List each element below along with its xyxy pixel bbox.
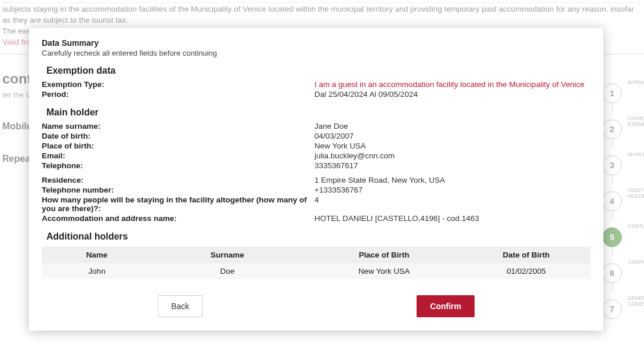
pob-row: Place of birth: New York USA [42, 141, 591, 151]
table-header-name: Name [42, 251, 152, 259]
table-header-surname: Surname [152, 251, 303, 259]
name-row: Name surname: Jane Doe [42, 121, 591, 131]
exemption-type-row: Exemption Type: I am a guest in an accom… [42, 79, 591, 89]
main-holder-data: Name surname: Jane Doe Date of birth: 04… [42, 121, 591, 223]
phone-label: Telephone: [42, 161, 314, 170]
people-label: How many people will be staying in the f… [42, 195, 314, 213]
additional-holders-table: Name Surname Place of Birth Date of Birt… [42, 246, 591, 279]
period-label: Period: [42, 90, 314, 99]
back-button[interactable]: Back [158, 295, 202, 317]
residence-value: 1 Empire State Road, New York, USA [314, 176, 445, 184]
name-value: Jane Doe [314, 122, 348, 130]
exemption-type-label: Exemption Type: [42, 80, 314, 89]
pob-label: Place of birth: [42, 142, 314, 150]
exemption-section-title: Exemption data [46, 66, 591, 76]
period-row: Period: Dal 25/04/2024 Al 09/05/2024 [42, 89, 591, 99]
confirm-button[interactable]: Confirm [417, 295, 475, 317]
accom-row: Accommodation and address name: HOTEL DA… [42, 213, 591, 223]
modal-actions: Back Confirm [42, 295, 591, 317]
exemption-type-value: I am a guest in an accommodation facilit… [314, 80, 584, 89]
period-value: Dal 25/04/2024 Al 09/05/2024 [314, 90, 418, 99]
table-header-row: Name Surname Place of Birth Date of Birt… [42, 246, 591, 263]
data-summary-modal: Data Summary Carefully recheck all enter… [29, 28, 603, 331]
phone-row: Telephone: 3335367617 [42, 161, 591, 171]
accom-value: HOTEL DANIELI [CASTELLO,4196] - cod.1463 [314, 214, 479, 223]
table-header-place: Place of Birth [303, 251, 465, 259]
additional-holders-section-title: Additional holders [46, 231, 591, 242]
email-label: Email: [42, 151, 314, 160]
phone-value: 3335367617 [314, 161, 358, 170]
email-row: Email: julia.buckley@cnn.com [42, 151, 591, 161]
tel2-label: Telephone number: [42, 186, 314, 194]
modal-hint: Carefully recheck all entered fields bef… [42, 49, 591, 57]
tel2-row: Telephone number: +1333536767 [42, 185, 591, 195]
accom-label: Accommodation and address name: [42, 214, 314, 223]
residence-row: Residence: 1 Empire State Road, New York… [42, 175, 591, 185]
cell-place: New York USA [303, 267, 465, 276]
dob-value: 04/03/2007 [314, 132, 354, 140]
dob-row: Date of birth: 04/03/2007 [42, 131, 591, 141]
main-holder-section-title: Main holder [46, 107, 591, 118]
name-label: Name surname: [42, 122, 314, 130]
table-body: John Doe New York USA 01/02/2005 [42, 263, 591, 279]
dob-label: Date of birth: [42, 132, 314, 140]
email-value: julia.buckley@cnn.com [314, 151, 395, 160]
table-header-dob: Date of Birth [465, 251, 587, 259]
cell-name: John [42, 267, 152, 276]
table-row: John Doe New York USA 01/02/2005 [42, 263, 591, 279]
people-row: How many people will be staying in the f… [42, 195, 591, 213]
exemption-data: Exemption Type: I am a guest in an accom… [42, 79, 591, 99]
people-value: 4 [314, 195, 319, 213]
cell-dob: 01/02/2005 [465, 267, 587, 276]
cell-surname: Doe [152, 267, 303, 276]
modal-title: Data Summary [42, 38, 591, 48]
pob-value: New York USA [314, 142, 366, 150]
tel2-value: +1333536767 [314, 186, 363, 194]
residence-label: Residence: [42, 176, 314, 184]
